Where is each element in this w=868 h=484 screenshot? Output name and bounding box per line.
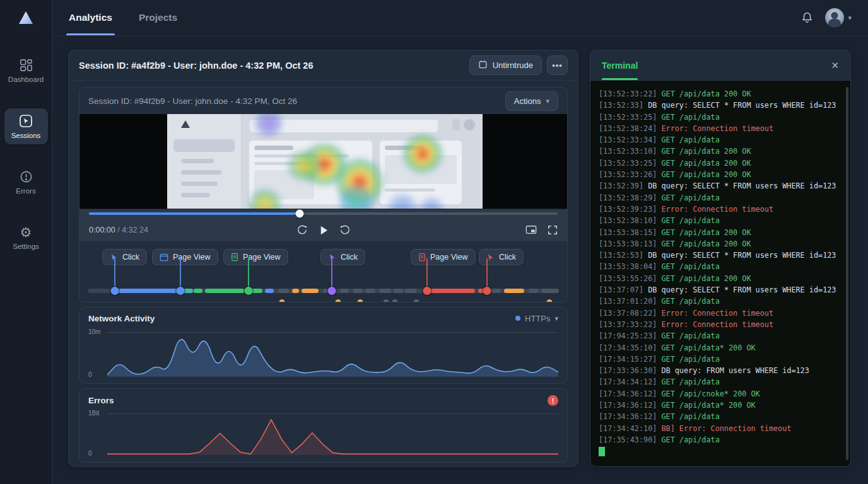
timeline-segment bbox=[278, 289, 289, 293]
terminal-line: [17:34:15:27] GET /api/data bbox=[599, 354, 847, 365]
event-chip-page-view[interactable]: Page View bbox=[411, 249, 476, 265]
chevron-down-icon: ▾ bbox=[848, 14, 852, 22]
errors-chart bbox=[107, 410, 558, 457]
timeline-segment bbox=[491, 289, 501, 293]
terminal-line: [13:52:39:23] Error: Connection timeout bbox=[599, 204, 847, 215]
document-icon bbox=[418, 253, 426, 262]
timeline-segment bbox=[302, 289, 319, 293]
terminal-line: [13:37:01:20] GET /api/data bbox=[599, 296, 847, 307]
terminal-card: Terminal ✕ [13:52:33:22] GET /api/data 2… bbox=[590, 50, 851, 467]
terminal-line: [13:52:38:24] Error: Connection timeout bbox=[599, 123, 847, 134]
skip-back-icon[interactable] bbox=[296, 224, 308, 236]
seek-bar[interactable] bbox=[89, 212, 558, 215]
errors-card: Errors ! 1Bit 0 bbox=[79, 388, 568, 463]
terminal-line: [13:52:33] DB query: SELECT * FROM users… bbox=[599, 100, 847, 111]
terminal-line: [13:53:38:04] GET /api/data bbox=[599, 261, 847, 272]
chevron-down-icon: ▾ bbox=[546, 97, 549, 105]
terminal-line: [13:52:33:26] GET /api/data 200 OK bbox=[599, 169, 847, 180]
errors-chart-title: Errors bbox=[88, 396, 114, 405]
more-options-button[interactable]: ••• bbox=[547, 55, 568, 75]
sidebar-item-sessions[interactable]: Sessions bbox=[4, 108, 48, 144]
ellipsis-icon: ••• bbox=[552, 60, 563, 70]
errors-ymin-label: 0 bbox=[88, 450, 92, 457]
terminal-line: [13:37:07] DB query: SELECT * FROM users… bbox=[599, 284, 847, 296]
event-chip-click[interactable]: Click bbox=[102, 249, 147, 265]
terminal-line: [13:52:33:10] GET /api/data 200 OK bbox=[599, 146, 847, 157]
timeline-marker[interactable] bbox=[244, 287, 252, 295]
actions-button[interactable]: Actions ▾ bbox=[505, 91, 558, 111]
cursor-icon bbox=[486, 253, 495, 262]
legend-dot-icon bbox=[515, 316, 520, 321]
sidebar-nav: Dashboard Sessions Errors ⚙ Settings bbox=[0, 53, 52, 255]
event-connector bbox=[248, 258, 249, 287]
timeline-segment bbox=[205, 289, 245, 293]
fullscreen-icon[interactable] bbox=[548, 225, 558, 235]
sidebar-item-dashboard[interactable]: Dashboard bbox=[4, 53, 48, 88]
timeline-marker[interactable] bbox=[483, 287, 491, 295]
timeline-marker[interactable] bbox=[177, 287, 185, 295]
dashboard-icon bbox=[20, 59, 33, 72]
tab-projects[interactable]: Projects bbox=[139, 0, 177, 35]
terminal-body[interactable]: [13:52:33:22] GET /api/data 200 OK[13:52… bbox=[590, 81, 850, 466]
terminal-line: [17:34:34:12] GET /api/data bbox=[599, 376, 847, 388]
session-title: Session ID: #a4f2b9 - User: john.doe - 4… bbox=[79, 60, 313, 71]
terminal-scrollbar[interactable] bbox=[846, 87, 848, 460]
calendar-icon bbox=[478, 60, 488, 71]
timeline-segment bbox=[426, 289, 475, 293]
notifications-bell-icon[interactable] bbox=[801, 11, 814, 25]
nav-tabs: Analytics Projects bbox=[69, 0, 177, 35]
event-chip-click[interactable]: Click bbox=[479, 249, 524, 265]
seek-thumb[interactable] bbox=[296, 210, 304, 218]
network-chart bbox=[107, 327, 558, 379]
close-icon[interactable]: ✕ bbox=[831, 60, 839, 71]
timeline-segment bbox=[504, 289, 525, 293]
event-connector bbox=[114, 258, 115, 287]
terminal-line: [13:52:39] DB query: SELECT * FROM users… bbox=[599, 180, 847, 192]
event-chip-click[interactable]: Click bbox=[320, 249, 365, 265]
untintrude-button[interactable]: Untirntrude bbox=[469, 55, 542, 75]
event-chip-page-view[interactable]: Page View bbox=[152, 249, 218, 265]
session-replay-panel: Session ID: #94f2b9 - User: john.doe - 4… bbox=[79, 87, 568, 302]
timeline-marker[interactable] bbox=[327, 287, 336, 295]
network-chart-title: Network Activity bbox=[88, 314, 155, 323]
timeline-segment bbox=[365, 289, 375, 293]
sidebar-item-errors[interactable]: Errors bbox=[4, 164, 48, 200]
terminal-tab[interactable]: Terminal bbox=[602, 60, 638, 71]
avatar bbox=[825, 8, 844, 27]
errors-ymax-label: 1Bit bbox=[88, 410, 99, 417]
timeline-marker[interactable] bbox=[111, 287, 119, 295]
gear-icon: ⚙ bbox=[20, 226, 32, 239]
terminal-line: [13:52:33:34] GET /api/data bbox=[599, 134, 847, 146]
sidebar-item-settings[interactable]: ⚙ Settings bbox=[4, 220, 48, 255]
timeline-segment bbox=[340, 289, 348, 293]
tab-analytics[interactable]: Analytics bbox=[69, 0, 112, 35]
network-activity-card: Network Activity HTTPs ▾ 10m 0 bbox=[79, 307, 568, 384]
app-logo-icon[interactable] bbox=[18, 10, 34, 28]
timeline-segment bbox=[529, 289, 538, 293]
network-ymin-label: 0 bbox=[88, 371, 92, 378]
timeline-segment bbox=[115, 289, 180, 293]
skip-forward-icon[interactable] bbox=[339, 224, 351, 236]
timeline-segment bbox=[353, 289, 363, 293]
timeline-segment bbox=[394, 289, 403, 293]
event-chip-page-view[interactable]: Page View bbox=[223, 249, 288, 265]
seek-bar-fill bbox=[89, 212, 300, 215]
play-icon[interactable] bbox=[318, 224, 329, 236]
timeline-dot bbox=[383, 299, 389, 302]
session-video[interactable] bbox=[79, 114, 567, 209]
timeline-segment bbox=[292, 289, 299, 293]
timeline-segment bbox=[265, 289, 274, 293]
top-navbar: Analytics Projects ▾ bbox=[52, 0, 868, 36]
terminal-line: [17:33:36:30] DB query: FROM users WHERE… bbox=[599, 365, 847, 376]
event-chips-row: ClickPage ViewPage ViewClickPage ViewCli… bbox=[88, 249, 559, 266]
picture-in-picture-icon[interactable] bbox=[525, 225, 537, 235]
timeline-marker[interactable] bbox=[423, 287, 431, 295]
timeline-dot bbox=[279, 299, 284, 302]
timeline-dot bbox=[392, 299, 398, 302]
terminal-line: [13:53:38:13] GET /api/data 200 OK bbox=[599, 238, 847, 250]
timeline-dot bbox=[414, 299, 419, 302]
event-connector bbox=[331, 258, 332, 287]
terminal-line: [13:52:33:25] GET /api/data 200 OK bbox=[599, 158, 847, 169]
user-menu[interactable]: ▾ bbox=[825, 8, 852, 27]
network-legend-dropdown[interactable]: HTTPs ▾ bbox=[515, 314, 558, 323]
